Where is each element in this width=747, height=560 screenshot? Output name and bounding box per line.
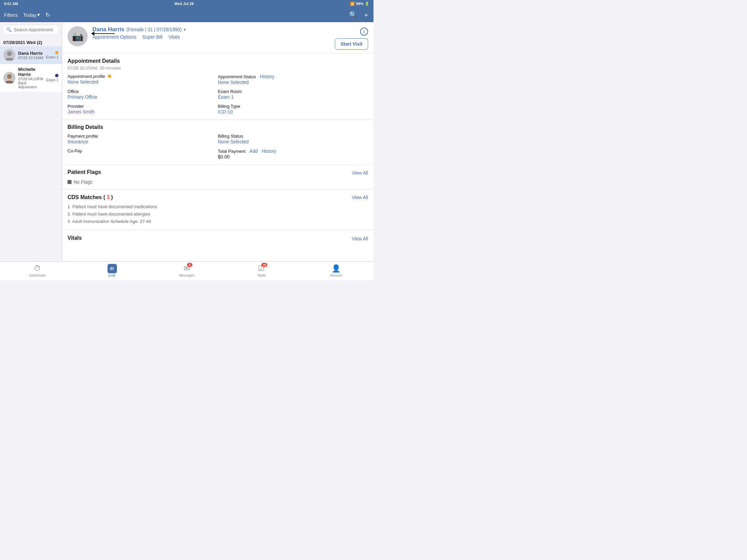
appointment-status-label: Appointment Status <box>218 74 256 79</box>
billing-status-value[interactable]: None Selected <box>218 139 368 144</box>
copay-item: Co-Pay <box>68 149 218 159</box>
appointment-status-item: Appointment Status History None Selected <box>218 74 368 85</box>
tab-account[interactable]: 👤 Account <box>299 262 374 280</box>
person-icon <box>3 49 16 61</box>
tab-messages[interactable]: ✉ 6 Messages <box>150 262 224 280</box>
patient-header: 📷 Dana Harris (Female | 31 | 07/28/1990)… <box>62 22 374 53</box>
svg-point-0 <box>7 51 12 56</box>
vitals-section: Vitals View All <box>62 230 374 247</box>
super-bill-link[interactable]: Super Bill <box>143 34 162 39</box>
exam-room-value[interactable]: Exam 1 <box>218 94 368 100</box>
office-label: Office <box>68 89 218 94</box>
appointment-item-dana[interactable]: Dana Harris 07/28 10:15AM Exam 1 <box>0 46 62 64</box>
payment-profile-label: Payment profile <box>68 134 218 139</box>
messages-badge: 6 <box>187 263 192 267</box>
refresh-button[interactable]: ↻ <box>45 11 50 19</box>
tab-tasks[interactable]: ☑ 36 Tasks <box>224 262 299 280</box>
chevron-down-icon: ▾ <box>37 12 40 18</box>
appt-time-michelle: 07/28 04:10PM <box>18 77 43 81</box>
provider-value[interactable]: James Smith <box>68 109 218 114</box>
tab-tasks-label: Tasks <box>257 274 266 277</box>
search-icon[interactable]: 🔍 <box>349 11 357 19</box>
cds-list: 1. Patient must have documented medicati… <box>68 203 368 225</box>
cds-item-1: 1. Patient must have documented medicati… <box>68 203 368 211</box>
search-bar[interactable]: 🔍 <box>3 25 59 34</box>
cds-count: 3 <box>106 194 109 200</box>
battery-icon: 🔋 <box>365 2 369 6</box>
cds-matches-title: CDS Matches <box>68 194 102 200</box>
status-dot-yellow <box>55 51 58 54</box>
provider-label: Provider <box>68 104 218 109</box>
appt-name-michelle: Michelle Harris <box>18 67 43 77</box>
start-visit-button[interactable]: Start Visit <box>335 38 368 50</box>
billing-type-value[interactable]: ICD-10 <box>218 109 368 114</box>
cds-matches-section: CDS Matches ( 3 ) View All 1. Patient mu… <box>62 190 374 230</box>
flags-view-all-link[interactable]: View All <box>352 170 368 176</box>
provider-item: Provider James Smith <box>68 104 218 114</box>
right-panel: 📷 Dana Harris (Female | 31 | 07/28/1990)… <box>62 22 374 261</box>
date-header: 07/28/2021 Wed (2) <box>0 37 62 46</box>
status-dot-navy <box>55 74 58 77</box>
today-button[interactable]: Today ▾ <box>23 12 40 18</box>
svg-point-1 <box>7 74 12 79</box>
appointment-item-michelle[interactable]: Michelle Harris 07/28 04:10PM Back Adjus… <box>0 64 62 92</box>
cds-item-3: 3. Adult Immunization Schedule Age: 27-4… <box>68 218 368 225</box>
michelle-avatar-icon <box>3 72 16 84</box>
payment-profile-item: Payment profile Insurance <box>68 134 218 144</box>
total-payment-label: Total Payment <box>218 149 246 154</box>
office-item: Office Primary Office <box>68 89 218 100</box>
copay-label: Co-Pay <box>68 149 218 154</box>
patient-avatar: 📷 <box>68 26 88 46</box>
vitals-link[interactable]: Vitals <box>169 34 180 39</box>
cds-view-all-link[interactable]: View All <box>352 195 368 200</box>
total-payment-value: $0.00 <box>218 154 368 159</box>
nav-bar: Filters Today ▾ ↻ 🔍 ＋ <box>0 7 374 22</box>
arrow-annotation <box>91 31 114 35</box>
billing-details-title: Billing Details <box>68 124 368 130</box>
billing-status-label: Billing Status <box>218 134 368 139</box>
messages-icon: ✉ 6 <box>184 264 190 273</box>
exam-room-item: Exam Room Exam 1 <box>218 89 368 100</box>
appointment-profile-item: Appointment profile None Selected <box>68 74 218 85</box>
office-value[interactable]: Primary Office <box>68 94 218 100</box>
avatar-dana <box>3 49 16 61</box>
search-icon-small: 🔍 <box>6 27 12 32</box>
total-payment-history-link[interactable]: History <box>262 149 277 154</box>
appointment-details-title: Appointment Details <box>68 58 368 64</box>
appointment-profile-value[interactable]: None Selected <box>68 79 218 85</box>
billing-type-label: Billing Type <box>218 104 368 109</box>
ehr-icon: dr <box>107 264 117 273</box>
status-history-link[interactable]: History <box>260 74 275 79</box>
tab-account-label: Account <box>330 274 342 277</box>
appointment-status-value[interactable]: None Selected <box>218 80 368 85</box>
tab-dashboard[interactable]: ⏱ Dashboard <box>0 262 75 280</box>
search-input[interactable] <box>14 27 55 32</box>
avatar-michelle <box>3 72 16 84</box>
appointment-details-subtitle: 07/28 10:15AM, 30 minutes <box>68 65 368 71</box>
patient-flags-title: Patient Flags <box>68 169 101 175</box>
filters-button[interactable]: Filters <box>4 12 18 18</box>
main-layout: 🔍 07/28/2021 Wed (2) Dana Harris 07/28 1… <box>0 22 374 261</box>
flag-item-none: No Flags <box>68 179 368 185</box>
add-button[interactable]: ＋ <box>363 10 369 20</box>
tab-dashboard-label: Dashboard <box>29 274 46 277</box>
billing-status-item: Billing Status None Selected <box>218 134 368 144</box>
flag-square-icon <box>68 180 72 184</box>
total-payment-add-link[interactable]: Add <box>250 149 258 154</box>
battery-level: 99% <box>356 2 363 6</box>
payment-profile-value[interactable]: Insurance <box>68 139 218 144</box>
total-payment-item: Total Payment Add History $0.00 <box>218 149 368 159</box>
details-grid: Appointment profile None Selected Appoin… <box>68 74 368 114</box>
dashboard-icon: ⏱ <box>33 264 41 273</box>
info-button[interactable]: i <box>360 28 368 35</box>
tab-ehr[interactable]: dr EHR <box>75 262 149 280</box>
cds-close-paren: ) <box>111 194 113 200</box>
vitals-view-all-link[interactable]: View All <box>352 236 368 241</box>
patient-chevron-icon[interactable]: ▾ <box>184 27 186 32</box>
account-icon: 👤 <box>332 264 341 273</box>
cds-open-paren: ( <box>103 194 105 200</box>
patient-flags-section: Patient Flags View All No Flags <box>62 164 374 190</box>
camera-icon: 📷 <box>72 31 84 42</box>
billing-type-item: Billing Type ICD-10 <box>218 104 368 114</box>
appt-room-dana: Exam 1 <box>46 55 58 59</box>
